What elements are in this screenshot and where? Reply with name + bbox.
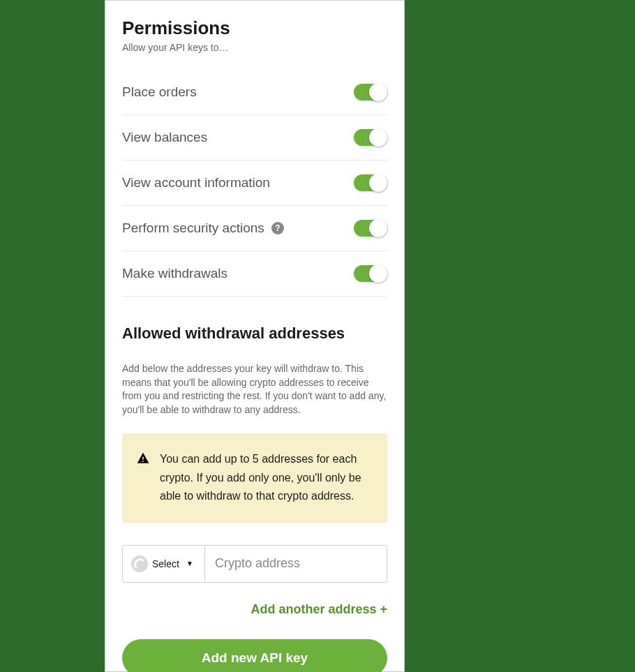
permission-label: Place orders [122, 84, 197, 100]
warning-icon [136, 451, 150, 465]
chevron-down-icon: ▼ [186, 560, 193, 567]
toggle-place-orders[interactable] [354, 84, 387, 100]
toggle-knob [369, 219, 387, 237]
permission-text: View account information [122, 175, 270, 191]
permission-row: View balances [122, 115, 387, 160]
crypto-select-label: Select [152, 558, 179, 569]
permission-text: View balances [122, 130, 207, 145]
permission-row: Place orders [122, 70, 387, 115]
toggle-make-withdrawals[interactable] [354, 265, 387, 282]
add-another-address-link[interactable]: Add another address + [122, 602, 387, 617]
permission-row: View account information [122, 160, 387, 206]
address-input-row: Select ▼ [122, 545, 387, 583]
crypto-address-input[interactable] [205, 545, 387, 583]
permission-label: View account information [122, 175, 270, 191]
permission-row: Perform security actions ? [122, 206, 387, 251]
toggle-knob [369, 128, 387, 147]
toggle-knob [369, 174, 387, 192]
svg-rect-1 [142, 461, 144, 463]
toggle-view-balances[interactable] [354, 129, 387, 146]
page-title: Permissions [122, 17, 387, 39]
withdrawal-description: Add below the addresses your key will wi… [122, 362, 387, 417]
withdrawal-section-title: Allowed withdrawal addresses [122, 324, 387, 343]
permission-label: Perform security actions ? [122, 221, 284, 236]
add-api-key-button[interactable]: Add new API key [122, 639, 387, 672]
permission-label: View balances [122, 130, 207, 145]
toggle-knob [369, 83, 387, 101]
permission-text: Place orders [122, 84, 197, 100]
toggle-view-account-info[interactable] [354, 174, 387, 191]
crypto-select[interactable]: Select ▼ [122, 545, 205, 583]
permission-label: Make withdrawals [122, 266, 227, 281]
toggle-security-actions[interactable] [354, 220, 387, 237]
permission-text: Make withdrawals [122, 266, 227, 281]
alert-box: You can add up to 5 addresses for each c… [122, 433, 387, 522]
alert-text: You can add up to 5 addresses for each c… [160, 450, 373, 505]
toggle-knob [369, 264, 387, 283]
permissions-panel: Permissions Allow your API keys to… Plac… [105, 0, 405, 672]
permission-text: Perform security actions [122, 221, 264, 236]
svg-rect-0 [142, 457, 144, 460]
help-icon[interactable]: ? [271, 222, 284, 234]
crypto-placeholder-icon [131, 555, 148, 572]
permission-row: Make withdrawals [122, 251, 387, 297]
page-subtitle: Allow your API keys to… [122, 42, 387, 53]
